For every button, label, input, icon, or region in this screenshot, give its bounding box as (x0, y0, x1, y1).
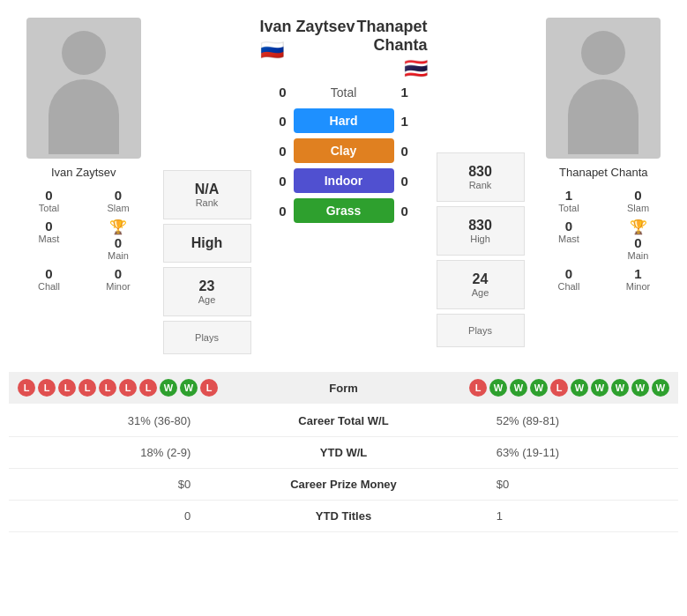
right-minor-value: 1 (606, 266, 670, 281)
right-rank-box: 830 Rank (437, 152, 525, 202)
left-form-badge-l: L (200, 379, 218, 397)
indoor-badge: Indoor (294, 168, 394, 193)
right-stat-minor: 1 Minor (604, 264, 672, 293)
right-slam-value: 0 (606, 188, 670, 203)
hard-badge: Hard (294, 108, 394, 133)
comparison-row-0: 31% (36-80) Career Total W/L 52% (89-81) (9, 405, 678, 437)
right-middle-stats: 830 Rank 830 High 24 Age Plays (432, 9, 529, 363)
left-avatar-silhouette (44, 31, 123, 145)
right-rank-num: 830 (442, 218, 519, 234)
right-rank-label: Rank (442, 180, 519, 190)
comp-label-0: Career Total W/L (208, 405, 478, 437)
comp-label-2: Career Prize Money (208, 469, 478, 501)
left-minor-value: 0 (86, 266, 151, 281)
left-player-card: Ivan Zaytsev 0 Total 0 Slam 0 Mast 🏆 (9, 9, 159, 363)
left-avatar-body (49, 79, 119, 154)
right-level-value: High (442, 234, 519, 244)
comparison-table: 31% (36-80) Career Total W/L 52% (89-81)… (9, 405, 678, 532)
right-total-label: Total (537, 203, 601, 213)
left-age-box: 23 Age (163, 267, 251, 316)
left-form-badge-w: W (160, 379, 177, 397)
left-name-display: Ivan Zaytsev (260, 18, 355, 35)
left-main-value: 0 (86, 235, 151, 250)
left-main-label: Main (86, 250, 151, 261)
left-chall-value: 0 (17, 266, 81, 281)
right-stat-total: 1 Total (535, 186, 603, 215)
match-center: Ivan Zaytsev 🇷🇺 ThanapetChanta 🇹🇭 (256, 9, 432, 363)
left-form-badge-l: L (38, 379, 56, 397)
right-mast-value: 0 (537, 219, 601, 234)
left-slam-value: 0 (86, 188, 151, 203)
right-player-stats: 1 Total 0 Slam 0 Mast 🏆 0 Main (534, 186, 675, 293)
right-form-badge-w: W (510, 379, 527, 397)
right-form-badge-w: W (611, 379, 629, 397)
clay-right-score: 0 (401, 144, 428, 159)
right-name-display: ThanapetChanta (356, 18, 427, 54)
left-stat-slam: 0 Slam (85, 186, 153, 215)
left-flag: 🇷🇺 (260, 39, 355, 62)
left-middle-stats: N/A Rank High 23 Age Plays (159, 9, 256, 363)
right-avatar-body (568, 79, 638, 154)
right-rank-value: 830 (442, 164, 519, 180)
grass-badge: Grass (294, 198, 394, 223)
right-stat-trophy: 🏆 0 Main (604, 217, 672, 263)
indoor-right-score: 0 (401, 174, 428, 189)
left-player-avatar (26, 18, 141, 159)
left-stat-trophy: 🏆 0 Main (85, 217, 153, 263)
comp-left-0: 31% (36-80) (9, 405, 208, 437)
total-left-score: 0 (260, 85, 287, 100)
right-chall-label: Chall (537, 281, 601, 292)
right-player-card: Thanapet Chanta 1 Total 0 Slam 0 Mast 🏆 (529, 9, 679, 363)
left-form-badge-l: L (99, 379, 116, 397)
right-form: LWWWLWWWWW (388, 379, 670, 397)
comparison-row-2: $0 Career Prize Money $0 (9, 469, 678, 501)
indoor-left-score: 0 (260, 174, 287, 189)
comp-right-1: 63% (19-11) (479, 437, 678, 469)
right-form-badge-l: L (469, 379, 487, 397)
left-flag-icon: 🇷🇺 (260, 39, 284, 61)
left-rank-box: N/A Rank (163, 170, 251, 219)
form-label: Form (300, 382, 388, 395)
comp-left-1: 18% (2-9) (9, 437, 208, 469)
right-stat-mast: 0 Mast (535, 217, 603, 263)
left-stat-total: 0 Total (15, 186, 83, 215)
left-player-title: Ivan Zaytsev (260, 18, 355, 36)
left-age-value: 23 (168, 278, 246, 294)
right-flag-icon: 🇹🇭 (404, 57, 428, 79)
right-player-avatar (546, 18, 661, 159)
left-form-badge-l: L (58, 379, 76, 397)
hard-right-score: 1 (401, 114, 428, 129)
left-minor-label: Minor (86, 281, 151, 292)
left-stat-mast: 0 Mast (15, 217, 83, 263)
right-avatar-silhouette (564, 31, 643, 145)
right-trophy-icon: 🏆 (630, 219, 647, 235)
right-minor-label: Minor (606, 281, 670, 292)
right-mast-label: Mast (537, 234, 601, 244)
left-total-value: 0 (17, 188, 81, 203)
grass-left-score: 0 (260, 204, 287, 219)
indoor-row: 0 Indoor 0 (260, 168, 428, 193)
comp-right-2: $0 (479, 469, 678, 501)
hard-row: 0 Hard 1 (260, 108, 428, 133)
left-form-badge-l: L (18, 379, 35, 397)
left-total-label: Total (17, 203, 81, 213)
right-age-box: 24 Age (437, 260, 525, 309)
comparison-row-3: 0 YTD Titles 1 (9, 501, 678, 532)
right-stat-slam: 0 Slam (604, 186, 672, 215)
right-chall-value: 0 (537, 266, 601, 281)
left-plays-box: Plays (163, 321, 251, 354)
total-row: 0 Total 1 (260, 85, 428, 100)
right-age-value: 24 (442, 271, 519, 287)
left-rank-value: N/A (168, 182, 246, 197)
right-total-value: 1 (537, 188, 601, 203)
left-avatar-head (62, 31, 106, 75)
right-player-title: ThanapetChanta (356, 18, 427, 55)
comp-label-3: YTD Titles (208, 501, 478, 532)
right-header: ThanapetChanta 🇹🇭 (356, 18, 427, 80)
right-slam-label: Slam (606, 203, 670, 213)
comp-right-0: 52% (89-81) (479, 405, 678, 437)
left-mast-value: 0 (17, 219, 81, 234)
comp-right-3: 1 (479, 501, 678, 532)
right-plays-label: Plays (442, 325, 519, 336)
left-trophy-icon: 🏆 (109, 219, 127, 235)
